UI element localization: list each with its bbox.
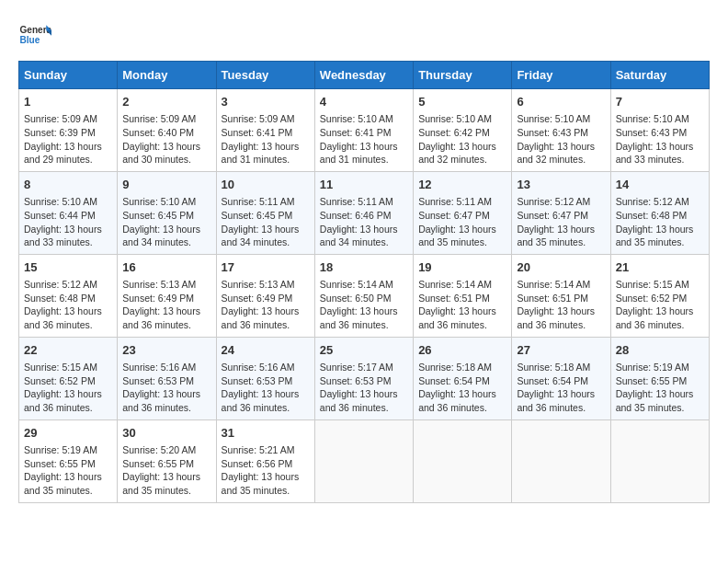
day-number: 3: [222, 94, 310, 110]
logo-icon: General Blue: [18, 18, 51, 52]
day-number: 8: [24, 177, 112, 193]
day-number: 9: [122, 177, 210, 193]
calendar-cell: 4Sunrise: 5:10 AMSunset: 6:41 PMDaylight…: [314, 89, 413, 172]
page-header: General Blue: [18, 18, 710, 52]
day-number: 29: [24, 425, 112, 442]
calendar-cell: 2Sunrise: 5:09 AMSunset: 6:40 PMDaylight…: [118, 89, 216, 172]
header-day: Tuesday: [216, 62, 314, 89]
calendar-cell: 10Sunrise: 5:11 AMSunset: 6:45 PMDayligh…: [216, 171, 314, 254]
calendar-cell: 15Sunrise: 5:12 AMSunset: 6:48 PMDayligh…: [19, 254, 118, 337]
calendar-cell: 17Sunrise: 5:13 AMSunset: 6:49 PMDayligh…: [216, 254, 314, 337]
day-number: 25: [320, 342, 408, 359]
day-number: 19: [418, 259, 506, 276]
day-number: 15: [24, 259, 112, 276]
calendar-week-row: 29Sunrise: 5:19 AMSunset: 6:55 PMDayligh…: [19, 419, 710, 502]
day-number: 4: [320, 94, 408, 110]
day-number: 18: [320, 259, 408, 276]
calendar-body: 1Sunrise: 5:09 AMSunset: 6:39 PMDaylight…: [19, 89, 710, 503]
header-day: Sunday: [19, 62, 118, 89]
day-number: 6: [517, 94, 605, 110]
day-number: 20: [517, 259, 605, 276]
calendar-cell: 20Sunrise: 5:14 AMSunset: 6:51 PMDayligh…: [512, 254, 610, 337]
day-number: 16: [122, 259, 210, 276]
calendar-header: SundayMondayTuesdayWednesdayThursdayFrid…: [19, 62, 710, 89]
header-day: Thursday: [414, 62, 512, 89]
calendar-week-row: 8Sunrise: 5:10 AMSunset: 6:44 PMDaylight…: [19, 171, 710, 254]
calendar-cell: 29Sunrise: 5:19 AMSunset: 6:55 PMDayligh…: [19, 419, 118, 502]
calendar-cell: 30Sunrise: 5:20 AMSunset: 6:55 PMDayligh…: [118, 419, 216, 502]
calendar-cell: [610, 419, 709, 502]
calendar-cell: 27Sunrise: 5:18 AMSunset: 6:54 PMDayligh…: [512, 337, 610, 419]
calendar-week-row: 15Sunrise: 5:12 AMSunset: 6:48 PMDayligh…: [19, 254, 710, 337]
calendar-cell: 13Sunrise: 5:12 AMSunset: 6:47 PMDayligh…: [512, 171, 610, 254]
day-number: 24: [222, 342, 310, 359]
day-number: 22: [24, 342, 112, 359]
calendar-cell: [512, 419, 610, 502]
calendar-cell: 28Sunrise: 5:19 AMSunset: 6:55 PMDayligh…: [610, 337, 709, 419]
calendar-table: SundayMondayTuesdayWednesdayThursdayFrid…: [18, 61, 710, 503]
calendar-cell: 7Sunrise: 5:10 AMSunset: 6:43 PMDaylight…: [610, 89, 709, 172]
calendar-cell: 8Sunrise: 5:10 AMSunset: 6:44 PMDaylight…: [19, 171, 118, 254]
calendar-week-row: 22Sunrise: 5:15 AMSunset: 6:52 PMDayligh…: [19, 337, 710, 419]
svg-text:Blue: Blue: [19, 35, 40, 45]
calendar-cell: 12Sunrise: 5:11 AMSunset: 6:47 PMDayligh…: [414, 171, 512, 254]
calendar-cell: 16Sunrise: 5:13 AMSunset: 6:49 PMDayligh…: [118, 254, 216, 337]
day-number: 28: [616, 342, 704, 359]
calendar-cell: 5Sunrise: 5:10 AMSunset: 6:42 PMDaylight…: [414, 89, 512, 172]
day-number: 23: [122, 342, 210, 359]
calendar-cell: 26Sunrise: 5:18 AMSunset: 6:54 PMDayligh…: [414, 337, 512, 419]
day-number: 14: [616, 177, 704, 193]
day-number: 30: [122, 425, 210, 442]
day-number: 12: [418, 177, 506, 193]
calendar-cell: 25Sunrise: 5:17 AMSunset: 6:53 PMDayligh…: [314, 337, 413, 419]
day-number: 11: [320, 177, 408, 193]
calendar-cell: 6Sunrise: 5:10 AMSunset: 6:43 PMDaylight…: [512, 89, 610, 172]
day-number: 5: [418, 94, 506, 110]
calendar-cell: 31Sunrise: 5:21 AMSunset: 6:56 PMDayligh…: [216, 419, 314, 502]
day-number: 10: [222, 177, 310, 193]
day-number: 13: [517, 177, 605, 193]
calendar-cell: 3Sunrise: 5:09 AMSunset: 6:41 PMDaylight…: [216, 89, 314, 172]
calendar-cell: [314, 419, 413, 502]
calendar-cell: 11Sunrise: 5:11 AMSunset: 6:46 PMDayligh…: [314, 171, 413, 254]
header-day: Saturday: [610, 62, 709, 89]
header-day: Wednesday: [314, 62, 413, 89]
day-number: 26: [418, 342, 506, 359]
header-day: Friday: [512, 62, 610, 89]
calendar-cell: 18Sunrise: 5:14 AMSunset: 6:50 PMDayligh…: [314, 254, 413, 337]
calendar-week-row: 1Sunrise: 5:09 AMSunset: 6:39 PMDaylight…: [19, 89, 710, 172]
day-number: 2: [122, 94, 210, 110]
day-number: 21: [616, 259, 704, 276]
header-row: SundayMondayTuesdayWednesdayThursdayFrid…: [19, 62, 710, 89]
day-number: 17: [222, 259, 310, 276]
header-day: Monday: [118, 62, 216, 89]
calendar-cell: 14Sunrise: 5:12 AMSunset: 6:48 PMDayligh…: [610, 171, 709, 254]
day-number: 27: [517, 342, 605, 359]
calendar-cell: 21Sunrise: 5:15 AMSunset: 6:52 PMDayligh…: [610, 254, 709, 337]
calendar-cell: [414, 419, 512, 502]
calendar-cell: 1Sunrise: 5:09 AMSunset: 6:39 PMDaylight…: [19, 89, 118, 172]
calendar-cell: 22Sunrise: 5:15 AMSunset: 6:52 PMDayligh…: [19, 337, 118, 419]
calendar-cell: 19Sunrise: 5:14 AMSunset: 6:51 PMDayligh…: [414, 254, 512, 337]
calendar-cell: 23Sunrise: 5:16 AMSunset: 6:53 PMDayligh…: [118, 337, 216, 419]
day-number: 31: [222, 425, 310, 442]
calendar-cell: 9Sunrise: 5:10 AMSunset: 6:45 PMDaylight…: [118, 171, 216, 254]
logo: General Blue: [18, 18, 51, 52]
day-number: 7: [616, 94, 704, 110]
day-number: 1: [24, 94, 112, 110]
calendar-cell: 24Sunrise: 5:16 AMSunset: 6:53 PMDayligh…: [216, 337, 314, 419]
